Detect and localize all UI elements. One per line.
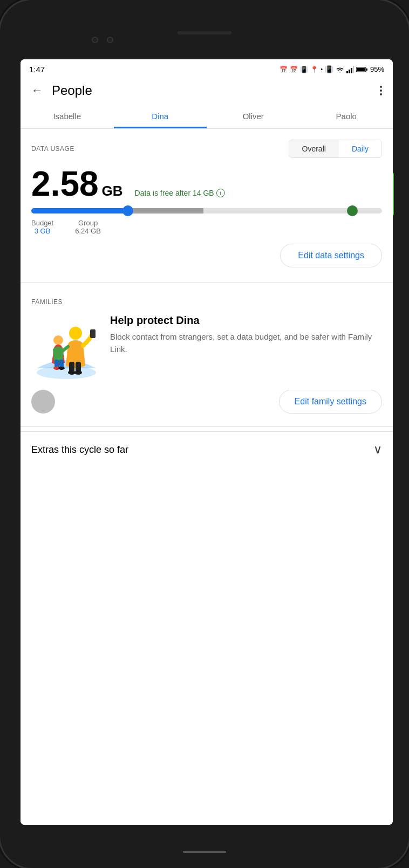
battery-icon — [356, 66, 368, 73]
divider-1 — [21, 283, 393, 283]
tabs: Isabelle Dina Oliver Paolo — [21, 104, 393, 129]
calendar-icon-1: 📅 — [280, 66, 288, 73]
group-value: 6.24 GB — [75, 227, 101, 235]
budget-label: Budget 3 GB — [31, 219, 53, 235]
tab-paolo[interactable]: Paolo — [300, 104, 393, 128]
family-card: Help protect Dina Block contact from str… — [31, 314, 382, 379]
family-illustration — [31, 314, 101, 379]
extras-section[interactable]: Extras this cycle so far ∨ — [21, 431, 393, 467]
budget-labels: Budget 3 GB Group 6.24 GB — [31, 219, 382, 235]
battery-percent: 95% — [370, 65, 384, 73]
svg-rect-3 — [353, 66, 354, 73]
phone-home-indicator — [183, 851, 226, 853]
status-time: 1:47 — [29, 65, 45, 74]
phone-screen: 1:47 📅 📅 📳 📍 • 📳 — [21, 59, 393, 825]
more-menu-button[interactable] — [378, 84, 384, 98]
calendar-icon-2: 📅 — [290, 66, 298, 73]
family-title: Help protect Dina — [110, 314, 382, 327]
tab-isabelle[interactable]: Isabelle — [21, 104, 114, 128]
budget-title: Budget — [31, 219, 53, 227]
main-content: DATA USAGE Overall Daily 2.58 GB Data is… — [21, 129, 393, 825]
divider-2 — [21, 426, 393, 427]
usage-number: 2.58 — [31, 167, 99, 201]
group-label: Group 6.24 GB — [75, 219, 101, 235]
data-usage-label: DATA USAGE — [31, 145, 74, 153]
location-icon: 📍 — [310, 66, 318, 73]
svg-point-18 — [58, 367, 65, 370]
family-toggle-button[interactable] — [31, 390, 55, 414]
phone-camera-1 — [92, 37, 98, 43]
phone-speaker — [178, 31, 231, 35]
usage-unit: GB — [102, 183, 123, 199]
vibrate-icon: 📳 — [325, 65, 333, 73]
families-section: FAMILIES — [21, 287, 393, 422]
svg-point-12 — [74, 370, 82, 375]
chevron-down-icon: ∨ — [373, 443, 382, 457]
svg-rect-2 — [351, 68, 352, 73]
more-dot-3 — [380, 93, 382, 95]
family-desc: Block contact from strangers, set a data… — [110, 331, 382, 355]
back-button[interactable]: ← — [29, 81, 45, 100]
family-actions: Edit family settings — [31, 390, 382, 414]
svg-point-8 — [69, 327, 82, 340]
data-usage-section: DATA USAGE Overall Daily 2.58 GB Data is… — [21, 129, 393, 278]
svg-point-14 — [53, 335, 63, 345]
usage-toggle-group: Overall Daily — [289, 140, 382, 158]
tab-oliver[interactable]: Oliver — [207, 104, 300, 128]
clearfix: Edit data settings — [31, 235, 382, 270]
phone-frame: 1:47 📅 📅 📳 📍 • 📳 — [0, 0, 409, 868]
more-dot-2 — [380, 89, 382, 92]
data-usage-header: DATA USAGE Overall Daily — [31, 140, 382, 158]
top-bar-left: ← People — [29, 81, 92, 100]
family-text: Help protect Dina Block contact from str… — [110, 314, 382, 355]
svg-rect-13 — [90, 329, 96, 338]
edit-data-settings-button[interactable]: Edit data settings — [280, 244, 382, 267]
wifi-icon — [336, 66, 344, 73]
status-bar: 1:47 📅 📅 📳 📍 • 📳 — [21, 59, 393, 77]
toggle-daily-button[interactable]: Daily — [339, 140, 381, 157]
voicemail-icon: 📳 — [300, 66, 308, 73]
svg-rect-0 — [346, 71, 348, 73]
families-label: FAMILIES — [31, 298, 382, 306]
edit-family-settings-button[interactable]: Edit family settings — [279, 390, 382, 414]
signal-icon — [346, 66, 354, 73]
progress-bars — [31, 208, 382, 213]
progress-blue-fill — [31, 208, 129, 213]
group-title: Group — [78, 219, 98, 227]
top-bar: ← People — [21, 77, 393, 104]
progress-gray-fill — [126, 208, 203, 213]
progress-track — [31, 208, 382, 213]
info-icon[interactable]: i — [216, 189, 225, 197]
toggle-overall-button[interactable]: Overall — [289, 140, 339, 157]
budget-value: 3 GB — [31, 227, 53, 235]
phone-camera-2 — [107, 37, 113, 43]
svg-rect-6 — [357, 68, 365, 71]
extras-title: Extras this cycle so far — [31, 444, 128, 456]
progress-dot-blue — [122, 205, 133, 216]
usage-amount: 2.58 GB Data is free after 14 GB i — [31, 167, 382, 206]
status-right: 📅 📅 📳 📍 • 📳 — [280, 65, 384, 73]
progress-dot-green — [347, 205, 358, 216]
svg-rect-5 — [366, 68, 367, 71]
more-dot-1 — [380, 86, 382, 88]
free-data-notice: Data is free after 14 GB i — [135, 189, 225, 197]
dot-icon: • — [321, 66, 323, 72]
svg-point-11 — [68, 370, 76, 375]
tab-dina[interactable]: Dina — [114, 104, 207, 128]
page-title: People — [52, 83, 92, 98]
svg-rect-1 — [349, 70, 350, 73]
